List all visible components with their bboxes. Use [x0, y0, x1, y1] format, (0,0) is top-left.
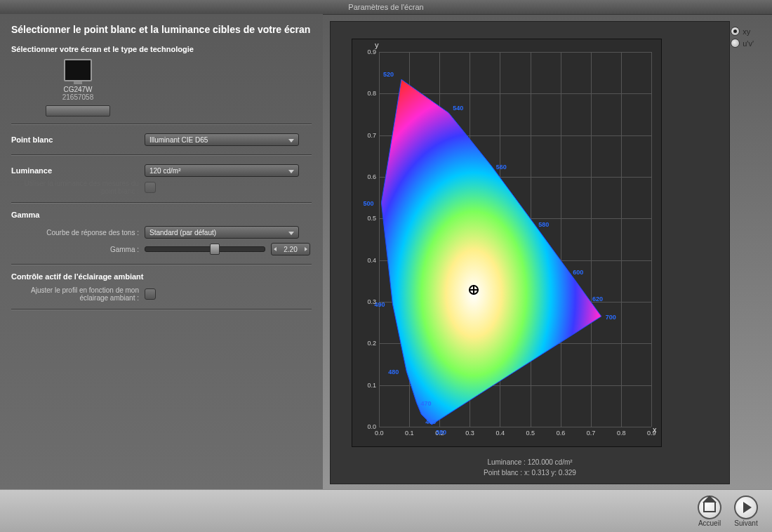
app-window: Paramètres de l'écran Sélectionner le po… — [0, 0, 772, 532]
coord-mode-uv[interactable]: u'v' — [731, 39, 754, 48]
use-measured-luminance-label: Utiliser la luminance des mesures du poi… — [11, 180, 145, 195]
page-title: Sélectionner le point blanc et la lumina… — [11, 24, 312, 35]
whitepoint-dropdown[interactable]: Illuminant CIE D65 — [145, 133, 299, 146]
play-icon — [734, 496, 758, 519]
alc-adjust-checkbox[interactable] — [145, 288, 156, 300]
cie-chart-card: 0.00.10.20.30.40.50.60.70.80.90.00.10.20… — [330, 21, 730, 484]
monitor-icon — [64, 59, 92, 81]
monitor-serial: 21657058 — [32, 93, 124, 101]
tech-heading: Sélectionner votre écran et le type de t… — [11, 45, 312, 53]
radio-icon — [731, 27, 740, 36]
footer-bar: Accueil Suivant — [0, 489, 772, 532]
gamma-slider-thumb[interactable] — [210, 244, 220, 255]
home-icon — [698, 496, 721, 519]
monitor-tech-dropdown[interactable] — [46, 105, 110, 117]
home-button[interactable]: Accueil — [698, 496, 721, 527]
monitor-tile[interactable]: CG247W 21657058 — [32, 59, 124, 117]
settings-panel: Sélectionner le point blanc et la lumina… — [0, 14, 323, 490]
whitepoint-marker[interactable] — [469, 285, 479, 295]
whitepoint-label: Point blanc — [11, 135, 145, 144]
alc-adjust-label: Ajuster le profil en fonction de mon écl… — [11, 286, 145, 302]
preview-panel: xy u'v' 0.00.10.20.30.40.50.60.70.80.90.… — [323, 14, 772, 490]
gamma-label: Gamma : — [11, 246, 145, 253]
luminance-dropdown[interactable]: 120 cd/m² — [145, 164, 299, 177]
luminance-label: Luminance — [11, 166, 145, 175]
content-area: Sélectionner le point blanc et la lumina… — [0, 14, 772, 490]
gamma-value-stepper[interactable]: 2.20 — [271, 243, 310, 255]
gamma-heading: Gamma — [11, 211, 312, 219]
coord-mode-xy[interactable]: xy — [731, 27, 754, 36]
window-title: Paramètres de l'écran — [0, 0, 772, 15]
chart-luminance-readout: Luminance : 120.000 cd/m² — [331, 457, 729, 467]
tonecurve-dropdown[interactable]: Standard (par défaut) — [145, 226, 299, 239]
tonecurve-label: Courbe de réponse des tons : — [11, 229, 145, 237]
gamma-slider[interactable] — [145, 246, 265, 252]
monitor-name: CG247W — [32, 86, 124, 93]
alc-heading: Contrôle actif de l'éclairage ambiant — [11, 272, 312, 281]
radio-icon — [731, 39, 740, 48]
use-measured-luminance-checkbox[interactable] — [145, 182, 156, 193]
chart-whitepoint-readout: Point blanc : x: 0.313 y: 0.329 — [331, 467, 729, 478]
next-button[interactable]: Suivant — [734, 496, 758, 527]
chart-info: Luminance : 120.000 cd/m² Point blanc : … — [331, 457, 729, 478]
cie-chromaticity-plot[interactable]: 0.00.10.20.30.40.50.60.70.80.90.00.10.20… — [352, 39, 662, 447]
coord-mode-group: xy u'v' — [731, 27, 754, 48]
